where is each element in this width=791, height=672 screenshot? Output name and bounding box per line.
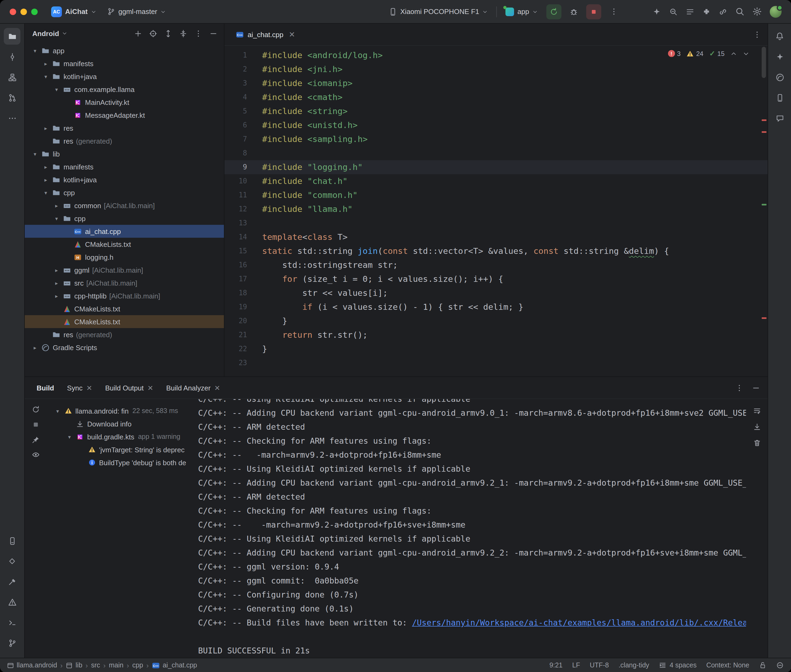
error-stripe-mark[interactable]	[762, 119, 767, 121]
lock-open-icon[interactable]	[759, 661, 767, 669]
plugin-icon[interactable]	[703, 8, 711, 16]
code-line-6[interactable]: 6#include <unistd.h>	[225, 118, 768, 132]
user-avatar[interactable]	[770, 6, 781, 18]
settings-icon[interactable]	[752, 7, 762, 16]
build-tree-item-buildtype-debug-is-both-de[interactable]: BuildType 'debug' is both de	[46, 456, 193, 469]
tree-item-manifests[interactable]: ▸manifests	[25, 57, 224, 70]
breadcrumb-main[interactable]: main	[107, 661, 125, 669]
hide-tool-window-icon[interactable]	[752, 384, 760, 392]
chevron-right-icon[interactable]: ▸	[52, 203, 61, 208]
tool-stripe-bell[interactable]	[771, 28, 788, 45]
project-expand-icon[interactable]	[164, 29, 172, 37]
tree-item-cpp[interactable]: ▾cpp	[25, 212, 224, 225]
tool-stripe-gradle-circle[interactable]	[771, 69, 788, 85]
tool-stripe-commit[interactable]	[4, 48, 21, 65]
line-separator[interactable]: LF	[572, 661, 580, 669]
tree-item-manifests[interactable]: ▸manifests	[25, 160, 224, 173]
rerun-icon[interactable]	[32, 405, 40, 414]
tool-stripe-pull-request[interactable]	[4, 89, 21, 106]
code-line-16[interactable]: 16 std::ostringstream str;	[225, 258, 768, 272]
breadcrumb-ai-chat-cpp[interactable]: C++ai_chat.cpp	[150, 661, 199, 669]
chevron-down-icon[interactable]: ▾	[41, 74, 51, 79]
sparkle-icon[interactable]	[652, 7, 661, 16]
minimize-window-button[interactable]	[21, 8, 27, 15]
code-line-9[interactable]: 9#include "logging.h"	[225, 160, 768, 174]
build-tab-build[interactable]: Build	[37, 384, 54, 392]
code-line-11[interactable]: 11#include "common.h"	[225, 188, 768, 202]
code-line-17[interactable]: 17 for (size_t i = 0; i < values.size();…	[225, 272, 768, 286]
eye-icon[interactable]	[32, 451, 40, 459]
tool-stripe-more-h[interactable]	[4, 110, 21, 126]
previous-issue-icon[interactable]	[730, 50, 737, 57]
tree-item-kotlin-java[interactable]: ▸kotlin+java	[25, 173, 224, 186]
tree-item-lib[interactable]: ▾lib	[25, 147, 224, 160]
trash-icon[interactable]	[753, 439, 761, 447]
build-tab-sync[interactable]: Sync✕	[67, 384, 92, 392]
tree-item-common[interactable]: ▸common[AiChat.lib.main]	[25, 199, 224, 212]
caret-position[interactable]: 9:21	[549, 661, 563, 669]
code-line-13[interactable]: 13	[225, 216, 768, 230]
tree-item-mainactivity-kt[interactable]: MainActivity.kt	[25, 96, 224, 109]
tree-item-src[interactable]: ▸src[AiChat.lib.main]	[25, 277, 224, 290]
device-selector[interactable]: Xiaomi POCOPHONE F1	[385, 5, 491, 18]
code-line-20[interactable]: 20 }	[225, 314, 768, 328]
editor-options-kebab-icon[interactable]	[753, 30, 761, 38]
code-line-15[interactable]: 15static std::string join(const std::vec…	[225, 244, 768, 258]
tree-item-gradle-scripts[interactable]: ▸Gradle Scripts	[25, 341, 224, 354]
tool-stripe-bubble[interactable]	[771, 110, 788, 126]
code-line-14[interactable]: 14template<class T>	[225, 230, 768, 244]
breadcrumb-cpp[interactable]: cpp	[130, 661, 144, 669]
stop-button[interactable]	[586, 4, 601, 19]
tree-item-cpp-httplib[interactable]: ▸cpp-httplib[AiChat.lib.main]	[25, 290, 224, 302]
tree-item-kotlin-java[interactable]: ▾kotlin+java	[25, 70, 224, 83]
code-line-22[interactable]: 22}	[225, 342, 768, 356]
passed-count[interactable]: ✓ 15	[709, 50, 725, 58]
branch-selector[interactable]: ggml-master	[103, 5, 170, 18]
change-stripe-mark[interactable]	[762, 204, 767, 205]
tool-stripe-device-explorer[interactable]	[4, 533, 21, 549]
chevron-right-icon[interactable]: ▸	[52, 280, 61, 286]
code-line-23[interactable]: 23	[225, 356, 768, 370]
project-selector[interactable]: AC AiChat	[47, 4, 100, 19]
tool-stripe-hammer[interactable]	[4, 573, 21, 590]
indicator-icon[interactable]	[776, 661, 784, 669]
search-icon[interactable]	[735, 7, 744, 16]
project-minus-icon[interactable]	[209, 29, 217, 37]
close-tab-icon[interactable]: ✕	[87, 384, 92, 392]
tree-item-ggml[interactable]: ▸ggml[AiChat.lib.main]	[25, 264, 224, 277]
chevron-down-icon[interactable]: ▾	[41, 190, 51, 195]
tree-item-cmakelists-txt[interactable]: CMakeLists.txt	[25, 302, 224, 315]
project-collapse-icon[interactable]	[179, 29, 187, 37]
code-line-7[interactable]: 7#include <sampling.h>	[225, 132, 768, 146]
chevron-right-icon[interactable]: ▸	[41, 164, 51, 170]
project-view-selector[interactable]: Android	[32, 29, 59, 37]
run-config-selector[interactable]: app	[502, 5, 542, 18]
breadcrumb-lib[interactable]: lib	[64, 661, 84, 669]
close-window-button[interactable]	[10, 8, 16, 15]
link-icon[interactable]	[719, 7, 727, 16]
tool-stripe-sparkle[interactable]	[771, 48, 788, 65]
toolbar-more-button[interactable]	[606, 4, 621, 19]
tree-item-cpp[interactable]: ▾cpp	[25, 186, 224, 199]
close-tab-icon[interactable]: ✕	[148, 384, 153, 392]
code-line-8[interactable]: 8	[225, 146, 768, 160]
error-count[interactable]: ! 3	[668, 50, 680, 57]
breadcrumb-llama-android[interactable]: llama.android	[5, 661, 59, 669]
build-tab-build-analyzer[interactable]: Build Analyzer✕	[166, 384, 220, 392]
code-line-4[interactable]: 4#include <cmath>	[225, 90, 768, 104]
chevron-down-icon[interactable]: ▾	[52, 86, 61, 92]
tool-stripe-structure[interactable]	[4, 69, 21, 85]
code-editor[interactable]: 1#include <android/log.h>2#include <jni.…	[225, 46, 768, 376]
code-line-5[interactable]: 5#include <string>	[225, 104, 768, 118]
editor-scrollbar-thumb[interactable]	[762, 47, 766, 78]
warning-count[interactable]: 24	[687, 50, 704, 57]
code-line-2[interactable]: 2#include <jni.h>	[225, 62, 768, 76]
code-line-18[interactable]: 18 str << values[i];	[225, 286, 768, 300]
error-stripe[interactable]	[760, 46, 768, 376]
editor-tab-ai-chat-cpp[interactable]: C++ ai_chat.cpp ✕	[231, 24, 300, 45]
tool-stripe-phone[interactable]	[771, 89, 788, 106]
chevron-down-icon[interactable]: ▾	[52, 215, 61, 221]
tree-item-app[interactable]: ▾app	[25, 44, 224, 57]
code-line-10[interactable]: 10#include "chat.h"	[225, 174, 768, 188]
tool-stripe-app-inspection[interactable]	[4, 553, 21, 570]
